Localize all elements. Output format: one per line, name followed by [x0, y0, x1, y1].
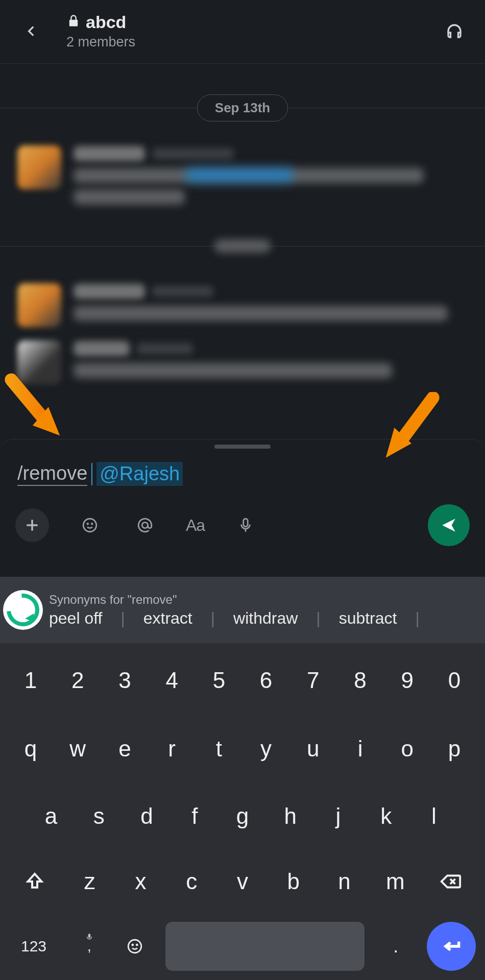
- message-list[interactable]: Sep 13th: [0, 64, 485, 394]
- huddle-button[interactable]: [442, 19, 467, 43]
- date-divider[interactable]: Sep 13th: [0, 94, 485, 121]
- key[interactable]: j: [317, 793, 360, 839]
- key[interactable]: d: [126, 793, 168, 839]
- channel-subtitle: 2 members: [66, 34, 442, 50]
- svg-point-11: [128, 940, 141, 953]
- key[interactable]: s: [78, 793, 120, 839]
- key[interactable]: 9: [386, 657, 429, 703]
- enter-key[interactable]: [427, 922, 476, 971]
- svg-rect-10: [88, 934, 91, 938]
- key[interactable]: 5: [198, 657, 240, 703]
- message-input[interactable]: /remove @Rajesh: [0, 457, 485, 488]
- message-composer: /remove @Rajesh Aa: [0, 439, 485, 560]
- svg-point-12: [132, 944, 133, 945]
- channel-title-block[interactable]: abcd 2 members: [66, 12, 442, 50]
- suggestion-item[interactable]: subtract: [339, 609, 397, 628]
- mic-icon: [85, 929, 94, 945]
- date-pill[interactable]: Sep 13th: [197, 94, 288, 121]
- key[interactable]: 1: [9, 657, 52, 703]
- backspace-key[interactable]: [425, 859, 476, 904]
- emoji-button[interactable]: [76, 511, 104, 540]
- message-row: [0, 141, 485, 220]
- separator: |: [211, 609, 215, 628]
- channel-name: abcd: [86, 12, 126, 32]
- key[interactable]: t: [198, 726, 240, 772]
- back-button[interactable]: [19, 19, 44, 43]
- key[interactable]: 4: [151, 657, 193, 703]
- message-row: [0, 279, 485, 336]
- mention-button[interactable]: [131, 511, 159, 540]
- avatar: [17, 145, 61, 189]
- key[interactable]: y: [245, 726, 287, 772]
- key[interactable]: v: [221, 859, 264, 904]
- key[interactable]: a: [30, 793, 72, 839]
- key[interactable]: 6: [245, 657, 287, 703]
- comma-key[interactable]: ,: [75, 938, 104, 954]
- space-key[interactable]: [165, 922, 365, 971]
- key[interactable]: q: [9, 726, 52, 772]
- key[interactable]: 3: [103, 657, 146, 703]
- audio-button[interactable]: [231, 511, 260, 540]
- suggestion-item[interactable]: extract: [143, 609, 192, 628]
- attach-button[interactable]: [15, 508, 49, 542]
- key[interactable]: 7: [292, 657, 334, 703]
- key[interactable]: g: [221, 793, 264, 839]
- key[interactable]: e: [103, 726, 146, 772]
- channel-header: abcd 2 members: [0, 0, 485, 64]
- send-button[interactable]: [428, 504, 470, 546]
- key[interactable]: x: [119, 859, 162, 904]
- key[interactable]: z: [68, 859, 111, 904]
- avatar: [17, 283, 61, 327]
- symbols-key[interactable]: 123: [9, 938, 58, 955]
- composer-toolbar: Aa: [0, 488, 485, 560]
- key[interactable]: u: [292, 726, 334, 772]
- key[interactable]: l: [413, 793, 455, 839]
- svg-rect-6: [244, 519, 248, 527]
- key[interactable]: w: [56, 726, 99, 772]
- suggestion-item[interactable]: withdraw: [233, 609, 298, 628]
- key[interactable]: n: [323, 859, 366, 904]
- separator: |: [316, 609, 320, 628]
- key[interactable]: b: [272, 859, 315, 904]
- lock-icon: [66, 12, 81, 32]
- format-button[interactable]: Aa: [186, 516, 205, 535]
- key[interactable]: o: [386, 726, 429, 772]
- key[interactable]: 8: [339, 657, 382, 703]
- svg-point-13: [136, 944, 137, 945]
- key[interactable]: h: [269, 793, 312, 839]
- drag-handle[interactable]: [214, 445, 271, 449]
- period-key[interactable]: .: [381, 936, 410, 957]
- separator: |: [415, 609, 419, 628]
- date-divider: [0, 234, 485, 258]
- emoji-key[interactable]: [120, 932, 149, 961]
- key[interactable]: k: [365, 793, 407, 839]
- avatar: [17, 340, 61, 384]
- soft-keyboard: Synonyms for "remove" peel off | extract…: [0, 577, 485, 980]
- separator: |: [120, 609, 125, 628]
- key[interactable]: p: [433, 726, 476, 772]
- key[interactable]: 0: [433, 657, 476, 703]
- svg-point-2: [83, 519, 96, 532]
- key-row: 1 2 3 4 5 6 7 8 9 0: [0, 657, 485, 703]
- key-row: 123 , .: [0, 922, 485, 971]
- key[interactable]: c: [170, 859, 213, 904]
- svg-point-4: [91, 523, 92, 524]
- key[interactable]: r: [151, 726, 193, 772]
- key[interactable]: 2: [56, 657, 99, 703]
- mention-chip: @Rajesh: [96, 462, 183, 486]
- shift-key[interactable]: [9, 859, 60, 904]
- text-caret: [91, 463, 92, 485]
- key-row: q w e r t y u i o p: [0, 726, 485, 772]
- key-row: z x c v b n m: [0, 859, 485, 904]
- grammarly-icon[interactable]: [3, 590, 43, 630]
- key[interactable]: m: [374, 859, 417, 904]
- message-row: [0, 336, 485, 394]
- svg-point-5: [142, 522, 148, 528]
- suggestion-item[interactable]: peel off: [49, 609, 102, 628]
- suggestion-bar: Synonyms for "remove" peel off | extract…: [0, 577, 485, 643]
- key[interactable]: f: [173, 793, 216, 839]
- command-text: /remove: [17, 462, 87, 486]
- key[interactable]: i: [339, 726, 382, 772]
- key-row: a s d f g h j k l: [0, 793, 485, 839]
- suggestion-title: Synonyms for "remove": [49, 593, 485, 607]
